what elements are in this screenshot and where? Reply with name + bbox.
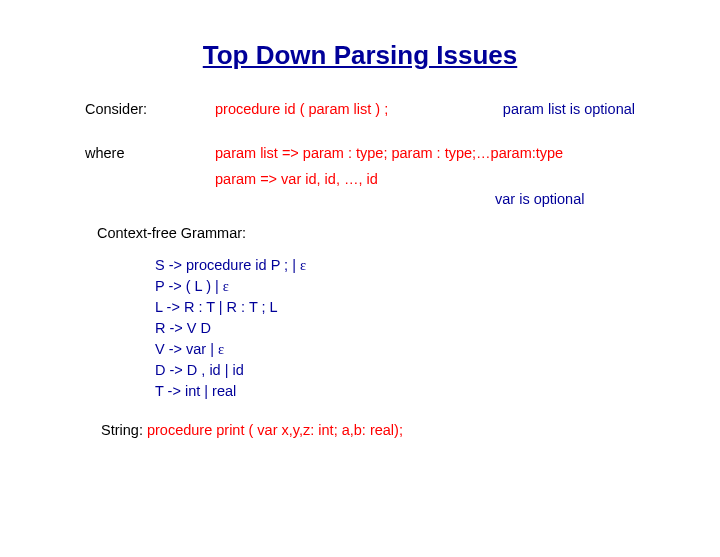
where-note: var is optional <box>495 191 584 207</box>
grammar-line-7: T -> int | real <box>155 381 635 402</box>
grammar-line-4: R -> V D <box>155 318 635 339</box>
consider-note: param list is optional <box>503 101 635 117</box>
grammar-line-1: S -> procedure id P ; | ε <box>155 255 635 276</box>
slide-title: Top Down Parsing Issues <box>85 40 635 71</box>
where-label: where <box>85 145 215 161</box>
grammar-line-3: L -> R : T | R : T ; L <box>155 297 635 318</box>
grammar-l5-eps: ε <box>218 341 224 357</box>
slide: Top Down Parsing Issues Consider: proced… <box>0 0 720 478</box>
where-line2: param => var id, id, …, id <box>215 171 378 187</box>
where-line1: param list => param : type; param : type… <box>215 145 563 161</box>
string-label: String: <box>101 422 147 438</box>
grammar-line-5: V -> var | ε <box>155 339 635 360</box>
grammar-l5a: V -> var | <box>155 341 218 357</box>
where-line2-row: param => var id, id, …, id <box>215 171 635 187</box>
grammar-block: S -> procedure id P ; | ε P -> ( L ) | ε… <box>155 255 635 402</box>
grammar-l1a: S -> procedure id P ; | <box>155 257 300 273</box>
string-row: String: procedure print ( var x,y,z: int… <box>101 422 635 438</box>
grammar-l2-eps: ε <box>223 278 229 294</box>
consider-code: procedure id ( param list ) ; <box>215 101 388 117</box>
grammar-line-6: D -> D , id | id <box>155 360 635 381</box>
cfg-label: Context-free Grammar: <box>97 225 635 241</box>
string-code: procedure print ( var x,y,z: int; a,b: r… <box>147 422 403 438</box>
grammar-line-2: P -> ( L ) | ε <box>155 276 635 297</box>
consider-row: Consider: procedure id ( param list ) ; … <box>85 101 635 117</box>
grammar-l1-eps: ε <box>300 257 306 273</box>
consider-label: Consider: <box>85 101 215 117</box>
grammar-l2a: P -> ( L ) | <box>155 278 223 294</box>
where-note-row: var is optional <box>215 191 635 207</box>
where-row: where param list => param : type; param … <box>85 145 635 161</box>
